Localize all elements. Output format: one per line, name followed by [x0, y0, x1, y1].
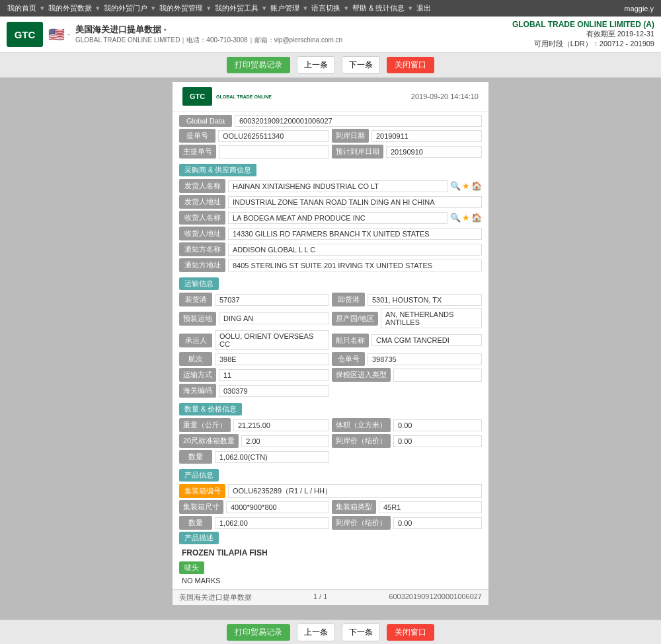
- product-price-label: 到岸价（结价）: [332, 516, 391, 530]
- bill-no-value: OOLU2625511340: [218, 130, 329, 142]
- quantity-section-header: 数量 & 价格信息: [179, 403, 242, 415]
- doc-datetime: 2019-09-20 14:14:10: [411, 92, 479, 100]
- container-size-value: 4000*900*800: [226, 501, 329, 513]
- shipper-icons: 🔍 ★ 🏠: [450, 181, 482, 191]
- notify-addr-label: 通知方地址: [179, 258, 225, 272]
- container20-value: 2.00: [241, 435, 329, 447]
- nav-trade-data[interactable]: 我的外贸数据: [44, 0, 96, 17]
- transport-mode-label: 运输方式: [179, 368, 216, 382]
- bottom-next-button[interactable]: 下一条: [342, 624, 380, 641]
- nav-language[interactable]: 语言切换: [307, 0, 344, 17]
- print-button[interactable]: 打印贸易记录: [227, 57, 290, 73]
- shipper-name-value: HAINAN XINTAISHENG INDUSTRIAL CO LT: [228, 180, 447, 192]
- doc-footer-page: 1 / 1: [313, 592, 327, 602]
- notify-name-value: ADDISON GLOBAL L L C: [228, 244, 482, 256]
- container-no-btn[interactable]: 集装箱编号: [179, 484, 225, 498]
- volume-label: 体积（立方米）: [332, 418, 391, 432]
- origin-value: AN, NETHERLANDS ANTILLES: [381, 308, 482, 328]
- departure-value: 57037: [215, 294, 329, 306]
- preload-label: 预装运地: [179, 312, 216, 326]
- bottom-print-button[interactable]: 打印贸易记录: [227, 624, 290, 641]
- weight-label: 重量（公斤）: [179, 418, 231, 432]
- supplier-section-header: 采购商 & 供应商信息: [179, 164, 256, 176]
- product-section-header: 产品信息: [179, 469, 219, 482]
- product-quantity-label: 数量: [179, 516, 212, 530]
- customs-value: 030379: [219, 385, 329, 397]
- destination-label: 卸货港: [332, 293, 365, 306]
- consignee-star-icon[interactable]: ★: [462, 213, 470, 223]
- doc-logo-sub: GLOBAL TRADE ONLINE: [216, 94, 272, 99]
- notify-name-label: 通知方名称: [179, 242, 225, 256]
- arrival-date-value: 20190911: [371, 130, 482, 142]
- consignee-addr-value: 14330 GILLIS RD FARMERS BRANCH TX UNITED…: [228, 228, 482, 240]
- nav-home[interactable]: 我的首页: [3, 0, 40, 17]
- global-data-label: Global Data: [179, 115, 232, 127]
- company-name: GLOBAL TRADE ONLINE LIMITED (A): [512, 20, 654, 29]
- vessel-value: CMA CGM TANCREDI: [371, 334, 482, 346]
- bottom-prev-button[interactable]: 上一条: [297, 624, 335, 641]
- carrier-label: 承运人: [179, 334, 212, 347]
- prev-button[interactable]: 上一条: [297, 56, 335, 74]
- doc-footer-left: 美国海关进口提单数据: [179, 592, 252, 602]
- star-icon[interactable]: ★: [462, 181, 470, 191]
- shipper-name-label: 发货人名称: [179, 179, 225, 193]
- carrier-value: OOLU, ORIENT OVERSEAS CC: [215, 330, 329, 350]
- consignee-name-value: LA BODEGA MEAT AND PRODUCE INC: [228, 212, 447, 224]
- estimated-date-label: 预计到岸日期: [332, 145, 383, 159]
- close-button[interactable]: 关闭窗口: [387, 57, 434, 73]
- container-no-value: OOLU6235289（R1 / L / HH）: [228, 484, 482, 498]
- nav-foreign-manage[interactable]: 我的外贸管理: [155, 0, 207, 17]
- marks-text: NO MARKS: [179, 575, 482, 586]
- quantity-value: 1,062.00(CTN): [215, 451, 329, 463]
- preload-value: DING AN: [219, 312, 329, 324]
- container-type-label: 集装箱类型: [332, 500, 376, 514]
- logo: GTC: [7, 22, 43, 47]
- weight-value: 21,215.00: [233, 419, 329, 431]
- warehouse-value: 398735: [368, 353, 482, 365]
- product-quantity-value: 1,062.00: [215, 517, 329, 529]
- bonded-value: [393, 369, 482, 382]
- nav-logout[interactable]: 退出: [412, 0, 435, 17]
- container-type-value: 45R1: [379, 501, 482, 513]
- nav-username: maggie.y: [620, 1, 658, 16]
- consignee-search-icon[interactable]: 🔍: [450, 213, 461, 223]
- header-separator: -: [67, 30, 70, 39]
- consignee-icons: 🔍 ★ 🏠: [450, 213, 482, 223]
- nav-foreign-tools[interactable]: 我的外贸工具: [211, 0, 262, 17]
- site-title: 美国海关进口提单数据 -: [75, 24, 342, 36]
- volume-value: 0.00: [393, 419, 482, 431]
- arrival-date-label: 到岸日期: [332, 129, 369, 143]
- shipper-addr-label: 发货人地址: [179, 195, 225, 209]
- voyage-value: 398E: [215, 353, 329, 365]
- marks-btn[interactable]: 唛头: [179, 561, 204, 574]
- global-data-value: 60032019091200001006027: [235, 115, 482, 127]
- vessel-label: 船只名称: [332, 334, 369, 347]
- customs-label: 海关编码: [179, 384, 216, 398]
- nav-help[interactable]: 帮助 & 统计信息: [348, 0, 408, 17]
- warehouse-label: 仓单号: [332, 352, 365, 366]
- destination-value: 5301, HOUSTON, TX: [368, 294, 482, 306]
- consignee-home-icon[interactable]: 🏠: [471, 213, 482, 223]
- bonded-label: 保税区进入类型: [332, 368, 391, 382]
- doc-footer-id: 60032019091200001006027: [389, 592, 482, 602]
- main-bill-value: [219, 145, 329, 159]
- voyage-label: 航次: [179, 352, 212, 366]
- transport-mode-value: 11: [219, 369, 329, 381]
- container20-label: 20尺标准箱数量: [179, 434, 239, 448]
- arrival-price-label: 到岸价（结价）: [332, 434, 391, 448]
- shipper-addr-value: INDUSTRIAL ZONE TANAN ROAD TALIN DING AN…: [228, 196, 482, 208]
- home-icon[interactable]: 🏠: [471, 181, 482, 191]
- product-desc-text: FROZEN TILAPIA FISH: [179, 547, 482, 559]
- consignee-name-label: 收货人名称: [179, 211, 225, 225]
- container-size-label: 集装箱尺寸: [179, 500, 223, 514]
- nav-foreign-portal[interactable]: 我的外贸门户: [100, 0, 151, 17]
- contact-info: GLOBAL TRADE ONLINE LIMITED｜电话：400-710-3…: [75, 36, 342, 45]
- validity-date: 有效期至 2019-12-31: [512, 29, 654, 39]
- origin-label: 原产国/地区: [332, 312, 378, 326]
- arrival-price-value: 0.00: [393, 435, 482, 447]
- next-button[interactable]: 下一条: [342, 56, 380, 74]
- bottom-close-button[interactable]: 关闭窗口: [387, 624, 434, 641]
- search-icon[interactable]: 🔍: [450, 181, 461, 191]
- nav-account[interactable]: 账户管理: [266, 0, 303, 17]
- quantity-label: 数量: [179, 450, 212, 464]
